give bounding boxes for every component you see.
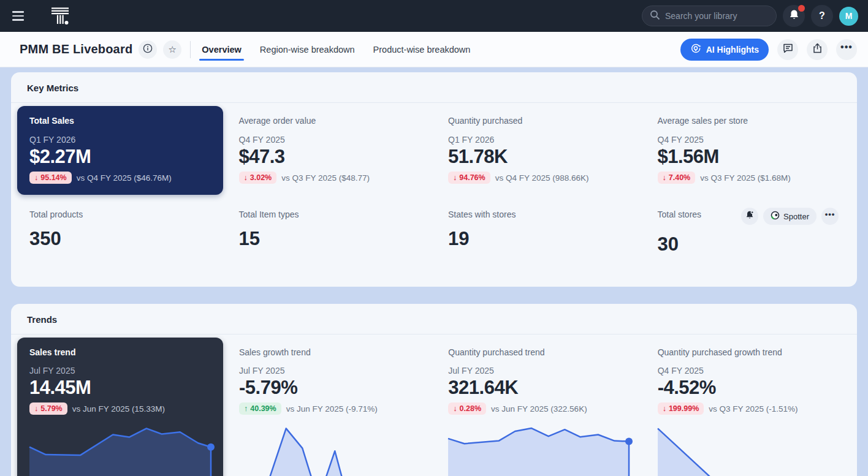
sales-growth-sparkline-chart <box>239 424 420 476</box>
more-options-button[interactable]: ••• <box>836 39 857 60</box>
delta-badge: ↑40.39% <box>239 402 281 415</box>
kpi-tile-quantity-purchased[interactable]: Quantity purchased Q1 FY 2026 51.78K ↓94… <box>436 106 642 195</box>
down-arrow-icon: ↓ <box>244 173 248 182</box>
trend-tile-grid: Sales trend Jul FY 2025 14.45M ↓5.79% vs… <box>11 334 857 476</box>
top-navbar: ? M <box>0 0 868 32</box>
kpi-title: Average sales per store <box>658 116 839 126</box>
kpi-tile-states-with-stores[interactable]: States with stores 19 <box>436 201 642 281</box>
compare-text: vs Q4 FY 2025 (988.66K) <box>495 173 589 183</box>
section-title: Trends <box>27 314 57 325</box>
user-avatar[interactable]: M <box>839 7 858 26</box>
trend-period: Jul FY 2025 <box>29 366 211 376</box>
kpi-value: 51.78K <box>448 146 630 168</box>
trend-value: 14.45M <box>29 377 211 399</box>
kpi-tile-total-item-types[interactable]: Total Item types 15 <box>227 201 433 281</box>
share-button[interactable] <box>807 39 828 60</box>
share-icon <box>812 43 823 56</box>
kpi-title: Total stores <box>658 210 702 219</box>
trend-title: Sales growth trend <box>239 347 420 357</box>
kpi-tile-total-products[interactable]: Total products 350 <box>17 201 223 281</box>
compare-text: vs Q3 FY 2025 ($1.68M) <box>700 173 791 183</box>
kpi-period: Q4 FY 2025 <box>239 135 421 145</box>
trend-tile-sales-trend[interactable]: Sales trend Jul FY 2025 14.45M ↓5.79% vs… <box>17 338 223 476</box>
trend-value: 321.64K <box>448 377 629 399</box>
info-button[interactable] <box>139 40 157 59</box>
ellipsis-icon: ••• <box>825 214 836 219</box>
kpi-tile-grid: Total Sales Q1 FY 2026 $2.27M ↓95.14% vs… <box>11 103 857 201</box>
kpi-value: 350 <box>29 228 211 250</box>
comments-button[interactable] <box>777 39 798 60</box>
section-title: Key Metrics <box>27 83 78 93</box>
kpi-value: $47.3 <box>239 146 421 168</box>
kpi-tile-average-sales-per-store[interactable]: Average sales per store Q4 FY 2025 $1.56… <box>645 106 851 195</box>
kpi-value: 15 <box>239 228 421 250</box>
spotter-button[interactable]: Spotter <box>763 208 817 225</box>
kpi-tile-total-stores[interactable]: Total stores <box>645 201 851 281</box>
liveboard-tabs: Overview Region-wise breakdown Product-w… <box>202 32 470 67</box>
down-arrow-icon: ↓ <box>453 173 457 182</box>
key-metrics-header: Key Metrics <box>11 72 857 103</box>
bell-plus-icon <box>745 210 755 222</box>
tab-product-wise-breakdown[interactable]: Product-wise breakdown <box>373 32 471 67</box>
kpi-value: 19 <box>448 228 630 250</box>
liveboard-header: PMM BE Liveboard ☆ Overview Region-wise … <box>0 32 868 67</box>
create-alert-button[interactable] <box>741 208 758 225</box>
search-icon <box>650 10 660 23</box>
kpi-period: Q1 FY 2026 <box>29 135 211 145</box>
star-icon: ☆ <box>169 45 177 54</box>
compare-text: vs Jun FY 2025 (-9.71%) <box>286 404 378 414</box>
delta-badge: ↓95.14% <box>29 172 72 184</box>
kpi-tile-average-order-value[interactable]: Average order value Q4 FY 2025 $47.3 ↓3.… <box>227 106 433 195</box>
page-title: PMM BE Liveboard <box>20 42 132 56</box>
kpi-title: Average order value <box>239 116 421 126</box>
ai-highlights-button[interactable]: AI Highlights <box>680 39 769 61</box>
compare-text: vs Q4 FY 2025 ($46.76M) <box>77 173 172 183</box>
quantity-purchased-growth-sparkline-chart <box>658 424 839 476</box>
down-arrow-icon: ↓ <box>453 404 457 413</box>
trend-title: Quantity purchased growth trend <box>658 347 839 357</box>
compare-text: vs Jun FY 2025 (322.56K) <box>491 404 587 414</box>
compare-text: vs Q3 FY 2025 ($48.77) <box>281 173 370 183</box>
down-arrow-icon: ↓ <box>663 404 666 413</box>
trend-period: Jul FY 2025 <box>448 366 629 376</box>
trend-value: -4.52% <box>658 377 839 399</box>
tab-overview[interactable]: Overview <box>202 32 242 67</box>
compare-text: vs Jun FY 2025 (15.33M) <box>72 404 165 414</box>
kpi-title: States with stores <box>448 210 630 219</box>
spotter-logo-icon <box>771 211 780 222</box>
down-arrow-icon: ↓ <box>34 173 38 182</box>
library-search[interactable] <box>642 6 777 26</box>
search-input[interactable] <box>665 11 769 21</box>
spotter-label: Spotter <box>783 212 809 221</box>
favorite-button[interactable]: ☆ <box>163 40 181 59</box>
kpi-period: Q4 FY 2025 <box>658 135 839 145</box>
delta-badge: ↓7.40% <box>658 172 696 184</box>
kpi-value: $2.27M <box>29 146 211 168</box>
comment-icon <box>783 43 793 56</box>
tab-region-wise-breakdown[interactable]: Region-wise breakdown <box>260 32 355 67</box>
trend-tile-quantity-purchased-growth-trend[interactable]: Quantity purchased growth trend Q4 FY 20… <box>645 338 851 476</box>
delta-badge: ↓5.79% <box>29 402 67 415</box>
kpi-period: Q1 FY 2026 <box>448 135 630 145</box>
trend-period: Jul FY 2025 <box>239 366 420 376</box>
trend-tile-sales-growth-trend[interactable]: Sales growth trend Jul FY 2025 -5.79% ↑4… <box>227 338 432 476</box>
info-icon <box>143 43 153 56</box>
kpi-title: Total products <box>29 210 211 219</box>
hamburger-menu-icon[interactable] <box>12 5 34 27</box>
simple-kpi-grid: Total products 350 Total Item types 15 S… <box>11 201 857 287</box>
tile-more-button[interactable]: ••• <box>821 208 839 225</box>
ai-sparkle-bulb-icon <box>690 43 701 56</box>
down-arrow-icon: ↓ <box>34 404 38 413</box>
thoughtspot-logo-icon[interactable] <box>50 7 70 25</box>
delta-badge: ↓94.76% <box>448 172 490 184</box>
header-divider <box>190 41 191 58</box>
notifications-button[interactable] <box>783 5 805 27</box>
help-button[interactable]: ? <box>811 5 833 27</box>
trend-value: -5.79% <box>239 377 420 399</box>
kpi-value: 30 <box>658 233 839 255</box>
avatar-initial: M <box>845 11 853 21</box>
kpi-tile-total-sales[interactable]: Total Sales Q1 FY 2026 $2.27M ↓95.14% vs… <box>17 106 223 195</box>
trend-tile-quantity-purchased-trend[interactable]: Quantity purchased trend Jul FY 2025 321… <box>436 338 641 476</box>
trend-period: Q4 FY 2025 <box>658 366 839 376</box>
tile-hover-actions: Spotter ••• <box>741 208 839 225</box>
